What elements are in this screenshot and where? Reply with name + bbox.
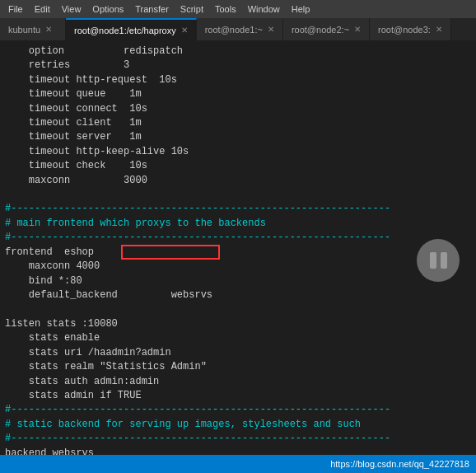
terminal-line: timeout http-request 10s (5, 73, 471, 87)
tab-node3[interactable]: root@node3: ✕ (370, 18, 451, 40)
terminal-content: option redispatch retries 3 timeout http… (0, 41, 476, 455)
pause-bar-right (441, 252, 447, 269)
red-highlight-box (121, 245, 220, 260)
terminal-line: stats enable (5, 331, 471, 345)
terminal-line: retries 3 (5, 59, 471, 73)
tab-haproxy[interactable]: root@node1:/etc/haproxy ✕ (66, 18, 197, 40)
terminal-line (5, 303, 471, 317)
terminal-line-comment: #---------------------------------------… (5, 432, 471, 446)
tab-close-haproxy[interactable]: ✕ (181, 26, 188, 35)
terminal-line-comment: # static backend for serving up images, … (5, 418, 471, 432)
menu-transfer[interactable]: Transfer (130, 2, 174, 16)
terminal-line (5, 188, 471, 202)
tab-label: root@node1:/etc/haproxy (74, 26, 176, 35)
terminal-line: stats uri /haadmin?admin (5, 346, 471, 360)
statusbar: https://blog.csdn.net/qq_42227818 (0, 455, 476, 473)
terminal-line: listen stats :10080 (5, 317, 471, 331)
menu-help[interactable]: Help (287, 2, 315, 16)
pause-overlay (417, 239, 460, 282)
menubar: File Edit View Options Transfer Script T… (0, 0, 476, 18)
terminal-line: timeout client 1m (5, 116, 471, 130)
terminal-line: maxconn 4000 (5, 260, 471, 274)
terminal-line: default_backend websrvs (5, 288, 471, 302)
tab-close-node2[interactable]: ✕ (354, 25, 361, 34)
tab-label: root@node3: (378, 25, 431, 35)
terminal-line: bind *:80 (5, 274, 471, 288)
terminal-line-comment: #---------------------------------------… (5, 202, 471, 216)
statusbar-url: https://blog.csdn.net/qq_42227818 (330, 459, 469, 469)
terminal-line: stats realm "Statistics Admin" (5, 360, 471, 374)
tab-node1[interactable]: root@node1:~ ✕ (197, 18, 283, 40)
terminal-line: timeout connect 10s (5, 102, 471, 116)
menu-window[interactable]: Window (243, 2, 285, 16)
terminal-line: stats admin if TRUE (5, 389, 471, 403)
terminal-line-frontend: frontend eshop (5, 245, 471, 260)
terminal-line: option redispatch (5, 44, 471, 59)
tab-node2[interactable]: root@node2:~ ✕ (283, 18, 370, 40)
tab-close-node3[interactable]: ✕ (436, 25, 442, 34)
pause-icon (430, 252, 447, 269)
terminal-line-comment: #---------------------------------------… (5, 231, 471, 245)
terminal-line: maxconn 3000 (5, 174, 471, 188)
tab-label: root@node2:~ (292, 25, 349, 35)
terminal-line: timeout server 1m (5, 130, 471, 144)
pause-bar-left (430, 252, 436, 269)
tab-close-node1[interactable]: ✕ (268, 25, 274, 34)
tab-label: root@node1:~ (205, 25, 263, 35)
terminal-line: timeout http-keep-alive 10s (5, 145, 471, 159)
menu-tools[interactable]: Tools (210, 2, 241, 16)
menu-script[interactable]: Script (175, 2, 208, 16)
tab-close-kubuntu[interactable]: ✕ (45, 25, 52, 34)
menu-file[interactable]: File (3, 2, 28, 16)
menu-edit[interactable]: Edit (30, 2, 55, 16)
terminal-line-comment: #---------------------------------------… (5, 403, 471, 417)
tabbar: kubuntu ✕ root@node1:/etc/haproxy ✕ root… (0, 18, 476, 41)
menu-view[interactable]: View (57, 2, 86, 16)
tab-label: kubuntu (8, 25, 40, 35)
terminal-line-comment: # main frontend which proxys to the back… (5, 217, 471, 231)
menu-options[interactable]: Options (87, 2, 128, 16)
terminal-line: backend websrvs (5, 447, 471, 455)
terminal-line: timeout check 10s (5, 159, 471, 173)
tab-kubuntu[interactable]: kubuntu ✕ (0, 18, 66, 40)
terminal-line: stats auth admin:admin (5, 375, 471, 389)
terminal-line: timeout queue 1m (5, 87, 471, 101)
